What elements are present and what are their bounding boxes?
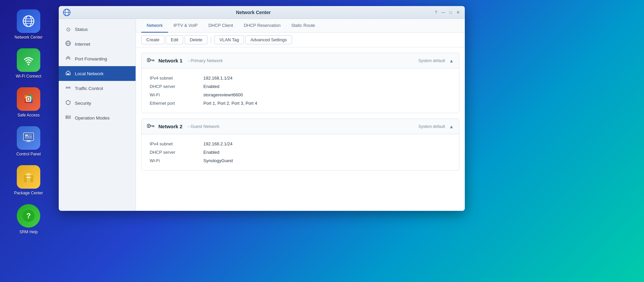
nav-label-local-network: Local Network <box>75 71 104 76</box>
svg-rect-15 <box>25 135 28 136</box>
toolbar: Create Edit Delete VLAN Tag Advanced Set… <box>136 33 465 47</box>
network1-collapse-button[interactable]: ▲ <box>449 58 454 63</box>
toolbar-separator <box>211 37 211 43</box>
sidebar-label-srm-help: SRM Help <box>19 230 38 234</box>
nav-label-operation-modes: Operation Modes <box>75 115 110 121</box>
network1-ethernet-value: Port 1, Port 2, Port 3, Port 4 <box>203 101 257 106</box>
sidebar-label-control-panel: Control Panel <box>16 152 41 156</box>
sidebar-item-safe-access[interactable]: Safe Access <box>5 85 52 120</box>
svg-rect-20 <box>26 141 31 142</box>
network1-ipv4-label: IPv4 subnet <box>150 76 203 81</box>
safe-access-icon <box>17 87 40 111</box>
window-body: ⊙ Status Internet <box>59 19 465 211</box>
svg-point-42 <box>66 116 67 117</box>
tab-dhcp-reservation[interactable]: DHCP Reservation <box>238 19 286 33</box>
content-area: Network 1 - Primary Network System defau… <box>136 47 465 211</box>
nav-item-security[interactable]: Security <box>59 96 136 110</box>
tab-network[interactable]: Network <box>141 19 168 33</box>
sidebar-item-network-center[interactable]: Network Center <box>5 7 52 42</box>
network2-wifi-value: SynologyGuest <box>203 158 233 163</box>
maximize-button[interactable]: □ <box>448 10 453 15</box>
network1-row-ipv4: IPv4 subnet 192.168.1.1/24 <box>150 74 451 82</box>
security-nav-icon <box>65 100 71 106</box>
svg-line-38 <box>70 87 70 88</box>
network-center-icon <box>17 9 40 33</box>
tab-static-route[interactable]: Static Route <box>286 19 320 33</box>
nav-item-operation-modes[interactable]: Operation Modes <box>59 110 136 125</box>
svg-rect-18 <box>30 137 32 137</box>
sidebar-label-network-center: Network Center <box>14 35 42 40</box>
network1-wifi-label: Wi-Fi <box>150 92 203 97</box>
network1-wifi-value: storagereviewrt6600 <box>203 92 243 97</box>
svg-rect-23 <box>26 177 31 178</box>
network2-body: IPv4 subnet 192.168.2.1/24 DHCP server E… <box>142 134 459 170</box>
network1-type: - Primary Network <box>188 58 223 63</box>
network1-header-right: System default ▲ <box>418 58 454 63</box>
sidebar-label-safe-access: Safe Access <box>17 113 40 117</box>
control-panel-icon <box>17 126 40 150</box>
nav-item-port-forwarding[interactable]: Port Forwarding <box>59 51 136 66</box>
network1-ethernet-label: Ethernet port <box>150 101 203 106</box>
svg-rect-16 <box>25 137 27 137</box>
create-button[interactable]: Create <box>141 35 164 44</box>
nav-label-traffic-control: Traffic Control <box>75 86 103 91</box>
delete-button[interactable]: Delete <box>185 35 207 44</box>
tab-iptv-voip[interactable]: IPTV & VoIP <box>168 19 203 33</box>
svg-point-5 <box>28 64 30 65</box>
network1-header: Network 1 - Primary Network System defau… <box>142 53 459 68</box>
minimize-button[interactable]: — <box>441 10 446 15</box>
sidebar-label-package-center: Package Center <box>14 191 43 195</box>
srm-help-icon: ? <box>17 204 40 228</box>
left-nav: ⊙ Status Internet <box>59 19 136 211</box>
close-button[interactable]: ✕ <box>455 10 461 15</box>
window-title: Network Center <box>73 10 433 15</box>
window-controls: ? — □ ✕ <box>433 10 461 15</box>
help-button[interactable]: ? <box>433 10 439 15</box>
main-window: Network Center ? — □ ✕ ⊙ Status <box>59 6 465 211</box>
network2-collapse-button[interactable]: ▲ <box>449 124 454 129</box>
network2-ipv4-value: 192.168.2.1/24 <box>203 141 233 146</box>
network2-badge: System default <box>418 124 445 129</box>
package-center-icon <box>17 165 40 189</box>
nav-item-traffic-control[interactable]: Traffic Control <box>59 81 136 96</box>
network2-key-icon <box>147 123 154 130</box>
sidebar-item-package-center[interactable]: Package Center <box>5 162 52 198</box>
vlan-tag-button[interactable]: VLAN Tag <box>214 35 244 44</box>
sidebar-label-wifi-connect: Wi-Fi Connect <box>16 74 41 79</box>
sidebar-item-srm-help[interactable]: ? SRM Help <box>5 201 52 237</box>
edit-button[interactable]: Edit <box>166 35 183 44</box>
nav-item-internet[interactable]: Internet <box>59 37 136 51</box>
advanced-settings-button[interactable]: Advanced Settings <box>245 35 292 44</box>
svg-point-43 <box>66 118 67 119</box>
nav-item-local-network[interactable]: Local Network <box>59 66 136 81</box>
nav-label-internet: Internet <box>75 42 90 47</box>
svg-text:?: ? <box>26 211 31 220</box>
network2-ipv4-label: IPv4 subnet <box>150 141 203 146</box>
tab-dhcp-client[interactable]: DHCP Client <box>203 19 238 33</box>
svg-point-45 <box>148 59 149 61</box>
svg-point-12 <box>28 98 30 100</box>
nav-label-security: Security <box>75 101 91 106</box>
sidebar-item-wifi-connect[interactable]: Wi-Fi Connect <box>5 46 52 81</box>
sidebar-item-control-panel[interactable]: Control Panel <box>5 124 52 159</box>
network2-header: Network 2 - Guest Network System default… <box>142 119 459 134</box>
sidebar: Network Center Wi-Fi Connect <box>0 0 57 282</box>
main-content: Network IPTV & VoIP DHCP Client DHCP Res… <box>136 19 465 211</box>
network2-header-right: System default ▲ <box>418 124 454 129</box>
status-nav-icon: ⊙ <box>65 26 71 33</box>
network1-dhcp-label: DHCP server <box>150 84 203 89</box>
network2-row-dhcp: DHCP server Enabled <box>150 148 451 156</box>
svg-line-39 <box>70 88 70 89</box>
port-forwarding-nav-icon <box>65 55 71 62</box>
title-bar-logo-icon <box>63 8 71 16</box>
network1-body: IPv4 subnet 192.168.1.1/24 DHCP server E… <box>142 68 459 113</box>
wifi-connect-icon <box>17 48 40 72</box>
network2-dhcp-label: DHCP server <box>150 150 203 155</box>
network2-type: - Guest Network <box>188 124 219 129</box>
nav-item-status[interactable]: ⊙ Status <box>59 22 136 37</box>
network1-card: Network 1 - Primary Network System defau… <box>141 53 459 113</box>
network2-row-ipv4: IPv4 subnet 192.168.2.1/24 <box>150 140 451 148</box>
svg-point-34 <box>68 87 70 88</box>
svg-line-36 <box>66 87 66 88</box>
nav-label-status: Status <box>75 27 88 32</box>
